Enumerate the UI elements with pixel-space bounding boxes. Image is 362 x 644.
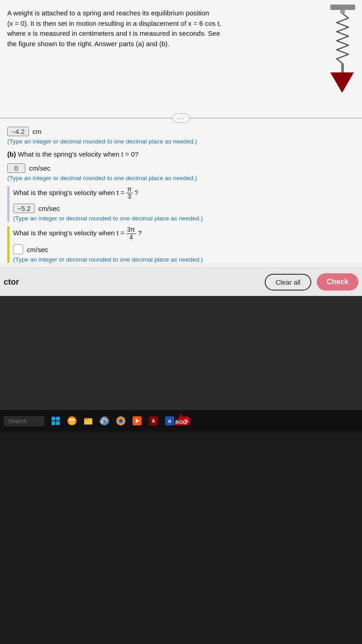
file-manager-icon[interactable] [82, 415, 95, 427]
svg-text:B: B [168, 419, 171, 424]
part-b-question: (b) What is the spring's velocity when t… [7, 149, 355, 160]
answer-b-hint: (Type an integer or decimal rounded to o… [7, 175, 355, 181]
svg-point-8 [67, 416, 76, 425]
velocity-q1-text: What is the spring's velocity when t = π… [13, 186, 355, 200]
spring-illustration [317, 5, 362, 109]
footer-left-label: ctor [0, 277, 19, 287]
answer-a-hint: (Type an integer or decimal rounded to o… [7, 138, 355, 145]
answer-d-unit: cm/sec [27, 246, 48, 253]
clear-all-button[interactable]: Clear all [265, 274, 311, 291]
answer-d-row: cm/sec [13, 244, 355, 254]
answer-d-hint: (Type an integer or decimal rounded to o… [13, 256, 355, 263]
svg-point-19 [119, 420, 122, 422]
fraction-3pi-4: 3π 4 [126, 226, 136, 241]
svg-rect-2 [341, 63, 344, 72]
check-button[interactable]: Check [317, 273, 358, 291]
svg-rect-1 [340, 10, 345, 14]
answer-b-box[interactable]: 0 [7, 163, 25, 173]
svg-rect-7 [56, 421, 60, 425]
answer-a-unit: cm [33, 128, 42, 135]
svg-text:A: A [152, 419, 155, 424]
answer-d-box[interactable] [13, 244, 23, 254]
svg-rect-12 [84, 420, 92, 425]
velocity-section-2: What is the spring's velocity when t = 3… [7, 226, 355, 263]
answer-a-box[interactable]: −4.2 [7, 127, 29, 136]
app-icon-red[interactable]: A [147, 415, 160, 427]
dark-background-area: A B p ROG [0, 296, 362, 432]
answer-c-unit: cm/sec [38, 205, 60, 212]
svg-rect-6 [52, 421, 55, 425]
footer-bar: ctor Clear all Check [0, 267, 362, 296]
svg-text:ROG: ROG [175, 420, 186, 425]
velocity-section-1: What is the spring's velocity when t = π… [7, 186, 355, 222]
firefox-icon[interactable] [114, 415, 127, 427]
windows-icon[interactable] [49, 415, 62, 427]
answer-c-box[interactable]: −5.2 [13, 204, 35, 213]
problem-text: A weight is attached to a spring and rea… [7, 8, 279, 49]
svg-rect-0 [330, 5, 355, 10]
rog-logo-icon: ROG [172, 412, 190, 430]
answer-b-unit: cm/sec [29, 164, 51, 172]
separator: ··· [0, 118, 362, 119]
answer-c-hint: (Type an integer or decimal rounded to o… [13, 215, 355, 222]
fraction-pi-3: π 3 [126, 186, 133, 200]
velocity-q2-text: What is the spring's velocity when t = 3… [13, 226, 355, 241]
search-widget-icon[interactable] [66, 415, 78, 427]
chrome-icon[interactable] [98, 415, 111, 427]
svg-marker-3 [330, 72, 354, 93]
svg-rect-13 [84, 418, 88, 420]
answer-a-row: −4.2 cm [7, 127, 355, 136]
svg-rect-5 [56, 417, 60, 420]
media-icon[interactable] [131, 415, 143, 427]
answer-c-row: −5.2 cm/sec [13, 204, 355, 213]
svg-rect-4 [52, 417, 55, 420]
taskbar: A B p ROG [0, 410, 362, 432]
taskbar-search-input[interactable] [4, 416, 44, 426]
svg-point-9 [70, 419, 72, 421]
answer-b-row: 0 cm/sec [7, 163, 355, 173]
svg-point-10 [72, 419, 75, 421]
ellipsis-button[interactable]: ··· [172, 114, 190, 123]
